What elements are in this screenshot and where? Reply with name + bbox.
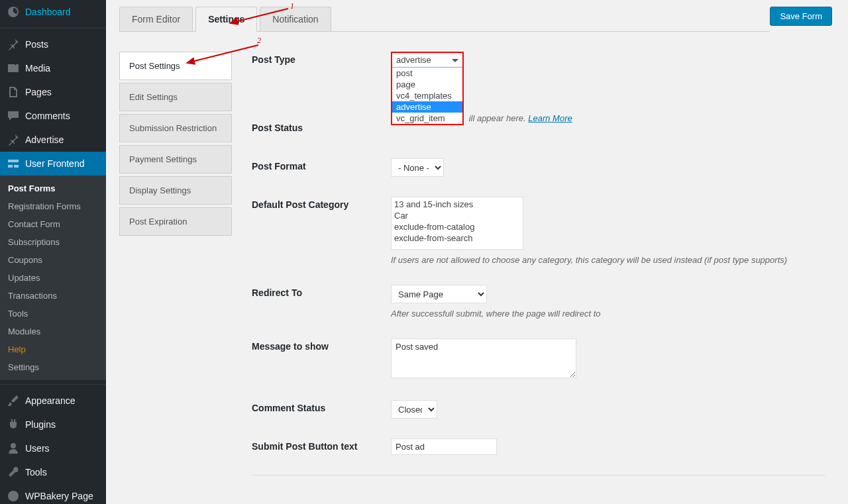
sidebar-item-wpbakery[interactable]: WPBakery Page: [0, 484, 106, 504]
tab-settings[interactable]: Settings: [195, 7, 257, 32]
sidebar-item-label: Appearance: [25, 395, 76, 406]
settings-side-tabs: Post Settings Edit Settings Submission R…: [119, 52, 232, 502]
sidebar-item-posts[interactable]: Posts: [0, 28, 106, 56]
sidebar-item-media[interactable]: Media: [0, 56, 106, 80]
message-textarea[interactable]: Post saved: [391, 338, 576, 378]
sidebar-item-tools[interactable]: Tools: [0, 460, 106, 484]
admin-sidebar: Dashboard Posts Media Pages Comments Adv…: [0, 0, 106, 504]
comment-icon: [7, 109, 20, 123]
label-post-status: Post Status: [252, 120, 391, 133]
brush-icon: [7, 394, 20, 407]
sidebar-item-label: Media: [25, 63, 50, 74]
sub-transactions[interactable]: Transactions: [0, 287, 106, 305]
pin-icon: [7, 133, 20, 146]
sidebar-item-label: Plugins: [25, 419, 56, 430]
post-type-select[interactable]: advertise post page vc4_templates advert…: [391, 52, 464, 125]
side-tab-payment-settings[interactable]: Payment Settings: [119, 145, 232, 174]
save-form-button[interactable]: Save Form: [770, 7, 832, 26]
label-post-format: Post Format: [252, 158, 391, 172]
user-icon: [7, 442, 20, 455]
sub-post-forms[interactable]: Post Forms: [0, 179, 106, 197]
annotation-1: 1: [290, 1, 294, 11]
comment-status-select[interactable]: Closed: [391, 400, 437, 419]
post-type-option-vc4[interactable]: vc4_templates: [392, 90, 462, 101]
default-category-hint: If users are not allowed to choose any c…: [391, 255, 825, 265]
cat-option[interactable]: exclude-from-catalog: [394, 221, 520, 232]
sub-coupons[interactable]: Coupons: [0, 251, 106, 269]
sidebar-item-users[interactable]: Users: [0, 436, 106, 460]
sidebar-item-pages[interactable]: Pages: [0, 80, 106, 104]
post-type-option-page[interactable]: page: [392, 79, 462, 90]
submit-button-text-input[interactable]: [391, 438, 497, 455]
sub-updates[interactable]: Updates: [0, 269, 106, 287]
media-icon: [7, 62, 20, 75]
sidebar-item-advertise[interactable]: Advertise: [0, 128, 106, 152]
sub-registration-forms[interactable]: Registration Forms: [0, 197, 106, 215]
sidebar-item-label: Comments: [25, 111, 70, 121]
post-format-select[interactable]: - None -: [391, 158, 444, 177]
post-type-option-advertise[interactable]: advertise: [392, 101, 462, 113]
sidebar-submenu: Post Forms Registration Forms Contact Fo…: [0, 176, 106, 380]
sub-help[interactable]: Help: [0, 340, 106, 358]
sidebar-item-appearance[interactable]: Appearance: [0, 384, 106, 413]
redirect-select[interactable]: Same Page: [391, 285, 487, 303]
cat-option[interactable]: Car: [394, 210, 520, 221]
side-tab-edit-settings[interactable]: Edit Settings: [119, 83, 232, 111]
sidebar-item-label: User Frontend: [25, 158, 84, 169]
sidebar-item-label: Users: [25, 443, 50, 454]
user-frontend-icon: [7, 157, 20, 170]
label-post-type: Post Type: [252, 52, 391, 65]
plug-icon: [7, 418, 20, 431]
side-tab-post-settings[interactable]: Post Settings: [119, 52, 232, 80]
label-message: Message to show: [252, 338, 391, 352]
wrench-icon: [7, 466, 20, 479]
annotation-2: 2: [257, 36, 261, 46]
sidebar-item-label: Tools: [25, 467, 47, 478]
sub-subscriptions[interactable]: Subscriptions: [0, 233, 106, 251]
label-comment-status: Comment Status: [252, 400, 391, 413]
sidebar-item-user-frontend[interactable]: User Frontend: [0, 152, 106, 176]
post-type-option-post[interactable]: post: [392, 68, 462, 79]
label-redirect-to: Redirect To: [252, 285, 391, 298]
pages-icon: [7, 85, 20, 99]
side-tab-display-settings[interactable]: Display Settings: [119, 176, 232, 205]
sidebar-item-plugins[interactable]: Plugins: [0, 413, 106, 436]
side-tab-post-expiration[interactable]: Post Expiration: [119, 207, 232, 236]
tab-form-editor[interactable]: Form Editor: [119, 7, 193, 31]
redirect-hint: After successfull submit, where the page…: [391, 309, 825, 319]
wpbakery-icon: [7, 489, 20, 503]
sidebar-item-label: WPBakery Page: [25, 491, 93, 501]
sidebar-item-dashboard[interactable]: Dashboard: [0, 0, 106, 24]
sidebar-item-label: Posts: [25, 39, 48, 50]
cat-option[interactable]: 13 and 15-inch sizes: [394, 199, 520, 210]
sub-settings[interactable]: Settings: [0, 358, 106, 376]
svg-point-0: [8, 491, 19, 501]
default-category-list[interactable]: 13 and 15-inch sizes Car exclude-from-ca…: [391, 197, 523, 250]
post-type-option-vcgrid[interactable]: vc_grid_item: [392, 113, 462, 124]
sub-modules[interactable]: Modules: [0, 323, 106, 340]
sidebar-item-label: Advertise: [25, 134, 64, 145]
sidebar-item-label: Pages: [25, 87, 52, 97]
cat-option[interactable]: exclude-from-search: [394, 232, 520, 244]
sub-tools[interactable]: Tools: [0, 305, 106, 323]
label-submit-button-text: Submit Post Button text: [252, 438, 391, 452]
side-tab-submission-restriction[interactable]: Submission Restriction: [119, 114, 232, 142]
post-type-selected[interactable]: advertise: [392, 53, 462, 68]
sidebar-item-comments[interactable]: Comments: [0, 104, 106, 128]
label-default-category: Default Post Category: [252, 197, 391, 210]
pin-icon: [7, 38, 20, 51]
dashboard-icon: [7, 5, 20, 19]
sidebar-item-label: Dashboard: [25, 7, 71, 17]
tab-notification[interactable]: Notification: [260, 7, 331, 31]
sub-contact-form[interactable]: Contact Form: [0, 215, 106, 233]
